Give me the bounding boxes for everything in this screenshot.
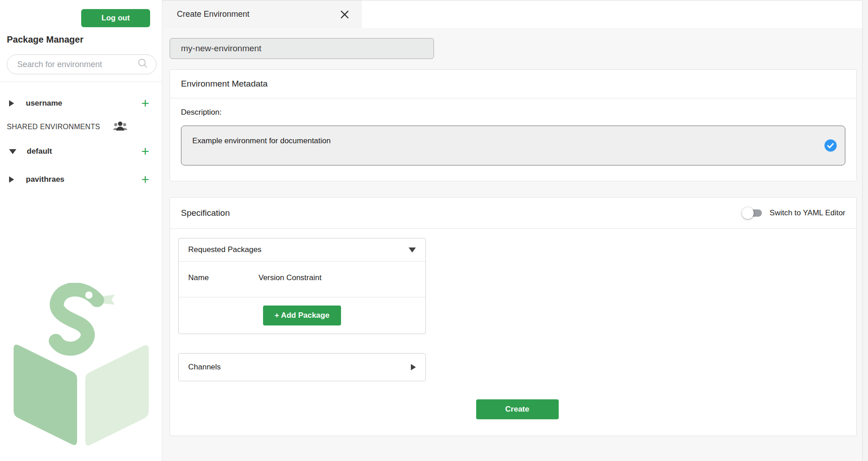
sidebar-divider	[0, 82, 162, 82]
description-value: Example environment for documentation	[192, 136, 331, 145]
add-environment-icon[interactable]: +	[141, 173, 149, 186]
description-textarea[interactable]: Example environment for documentation	[181, 126, 845, 165]
create-button[interactable]: Create	[476, 399, 559, 419]
column-name: Name	[188, 273, 258, 282]
chevron-down-icon[interactable]	[9, 149, 16, 154]
search-icon	[137, 58, 149, 71]
search-input[interactable]	[17, 60, 137, 69]
environment-search[interactable]	[7, 54, 156, 74]
expand-arrow-icon[interactable]	[411, 364, 416, 370]
toggle-thumb[interactable]	[742, 207, 754, 219]
scrollbar[interactable]	[862, 0, 868, 461]
add-package-row: + Add Package	[179, 297, 425, 334]
check-icon	[824, 140, 837, 152]
specification-card-title: Specification	[181, 208, 230, 218]
sidebar-item-username[interactable]: username +	[0, 95, 162, 112]
namespace-label: pavithraes	[26, 175, 64, 184]
sidebar-item-pavithraes[interactable]: pavithraes +	[0, 171, 162, 188]
requested-packages-title: Requested Packages	[188, 245, 262, 254]
tab-title: Create Environment	[177, 10, 249, 19]
environment-metadata-card: Environment Metadata Description: Exampl…	[170, 69, 857, 181]
channels-header[interactable]: Channels	[179, 354, 425, 381]
namespace-label: username	[26, 99, 62, 108]
add-environment-icon[interactable]: +	[141, 145, 149, 158]
close-icon[interactable]	[339, 9, 350, 20]
page-title: Package Manager	[7, 34, 83, 45]
shared-environments-header: SHARED ENVIRONMENTS	[7, 120, 127, 134]
chevron-right-icon[interactable]	[9, 176, 14, 183]
logout-button[interactable]: Log out	[81, 9, 150, 27]
add-environment-icon[interactable]: +	[141, 97, 149, 110]
metadata-card-header: Environment Metadata	[170, 70, 856, 98]
conda-store-logo	[13, 283, 150, 449]
description-label: Description:	[181, 108, 845, 117]
sidebar-item-default[interactable]: default +	[0, 143, 162, 160]
tab-create-environment[interactable]: Create Environment	[162, 0, 362, 28]
column-version-constraint: Version Constraint	[258, 273, 322, 282]
add-package-button[interactable]: + Add Package	[263, 306, 341, 325]
yaml-editor-toggle[interactable]	[742, 207, 763, 219]
dropdown-arrow-icon[interactable]	[409, 247, 416, 252]
main-area: Create Environment Environment Metadata …	[162, 0, 868, 461]
people-icon	[113, 121, 127, 133]
tab-bar: Create Environment	[162, 0, 868, 28]
yaml-toggle-label: Switch to YAML Editor	[770, 209, 845, 218]
namespace-label: default	[27, 147, 52, 156]
sidebar: Log out Package Manager username + SHARE…	[0, 0, 162, 461]
shared-environments-label: SHARED ENVIRONMENTS	[7, 123, 100, 131]
specification-card: Specification Switch to YAML Editor Requ…	[170, 197, 857, 436]
channels-title: Channels	[188, 363, 221, 372]
requested-packages-accordion: Requested Packages Name Version Constrai…	[178, 238, 426, 334]
environment-name-input[interactable]	[170, 38, 434, 59]
channels-accordion: Channels	[178, 353, 426, 381]
metadata-card-title: Environment Metadata	[181, 79, 268, 89]
create-environment-form: Environment Metadata Description: Exampl…	[162, 28, 868, 461]
specification-card-header: Specification Switch to YAML Editor	[170, 198, 856, 229]
requested-packages-header[interactable]: Requested Packages	[179, 238, 425, 262]
packages-table-header: Name Version Constraint	[179, 262, 425, 297]
chevron-right-icon[interactable]	[9, 100, 14, 107]
